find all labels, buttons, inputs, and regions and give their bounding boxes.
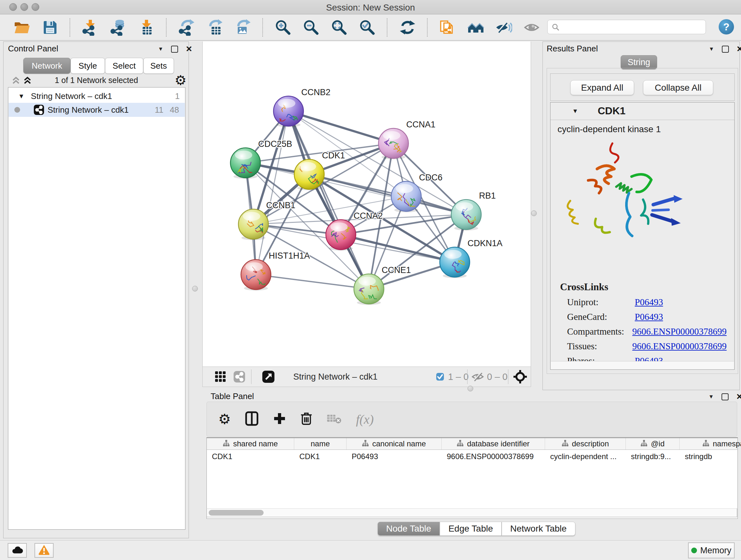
table-row[interactable]: CDK1CDK1P064939606.ENSP00000378699cyclin… <box>207 450 738 463</box>
table-toolbar: ⚙ f(x) <box>206 401 737 437</box>
node-CCNA2[interactable] <box>326 220 356 251</box>
network-canvas[interactable]: CCNB2CCNA1CDC25BCDK1CDC6RB1CCNB1CCNA2CDK… <box>202 42 531 367</box>
zoom-fit-icon[interactable] <box>331 18 348 37</box>
help-button[interactable]: ? <box>719 19 734 35</box>
tab-string-results[interactable]: String <box>621 55 657 69</box>
crosslink-link[interactable]: P06493 <box>635 297 663 307</box>
table-cell[interactable]: stringdb <box>680 450 741 463</box>
memory-button[interactable]: Memory <box>688 543 735 558</box>
node-CDC6[interactable] <box>391 181 421 212</box>
column-visibility-icon[interactable] <box>245 411 259 427</box>
open-session-icon[interactable] <box>13 18 30 37</box>
string-home-icon[interactable] <box>467 18 484 37</box>
column-header-database-identifier[interactable]: database identifier <box>442 438 545 449</box>
node-position-crosshair-icon[interactable] <box>514 367 527 387</box>
hidden-eye-slash-icon[interactable] <box>471 367 484 387</box>
delete-column-trash-icon[interactable] <box>300 412 313 427</box>
zoom-out-icon[interactable] <box>302 18 320 37</box>
expand-all-button[interactable]: Expand All <box>570 80 634 95</box>
tab-network-table[interactable]: Network Table <box>502 522 576 536</box>
table-cell[interactable]: 9606.ENSP00000378699 <box>442 450 545 463</box>
grid-view-icon[interactable] <box>215 367 226 387</box>
node-CCNB2[interactable] <box>273 96 304 127</box>
cloud-button[interactable] <box>8 543 27 558</box>
edge-CCNB2-CCNE1[interactable] <box>288 111 369 289</box>
save-session-icon[interactable] <box>42 18 59 37</box>
table-settings-gear-icon[interactable]: ⚙ <box>218 412 231 426</box>
network-options-gear-icon[interactable]: ⚙ <box>175 74 187 87</box>
table-horizontal-scrollbar[interactable] <box>206 508 737 517</box>
crosslink-link[interactable]: 9606.ENSP00000378699 <box>632 326 727 337</box>
show-graphics-icon[interactable] <box>523 18 541 37</box>
create-column-plus-icon[interactable] <box>273 412 286 427</box>
warning-button[interactable] <box>35 543 54 558</box>
network-row-selected[interactable]: String Network – cdk1 11 48 <box>9 103 185 117</box>
column-header-description[interactable]: description <box>545 438 626 449</box>
crosslink-link[interactable]: 9606.ENSP00000378699 <box>632 341 727 352</box>
tab-select[interactable]: Select <box>105 58 143 74</box>
collection-expand-icon[interactable]: ▼ <box>18 92 24 100</box>
scrollbar-thumb[interactable] <box>209 510 264 516</box>
import-network-file-icon[interactable] <box>82 18 99 37</box>
left-splitter-grip[interactable] <box>192 286 198 292</box>
export-network-icon[interactable] <box>178 18 195 37</box>
table-cell[interactable]: stringdb:9... <box>626 450 680 463</box>
column-header-shared-name[interactable]: shared name <box>207 438 294 449</box>
selected-checkbox-icon[interactable] <box>436 367 444 387</box>
tab-sets[interactable]: Sets <box>143 58 174 74</box>
refresh-layout-icon[interactable] <box>399 18 416 37</box>
node-HIST1H1A[interactable] <box>241 260 271 291</box>
panel-menu-icon[interactable]: ▼ <box>709 46 714 52</box>
crosslink-link[interactable]: P06493 <box>635 312 663 322</box>
column-header-name[interactable]: name <box>294 438 347 449</box>
tab-node-table[interactable]: Node Table <box>378 522 440 536</box>
network-status-dot-icon <box>14 107 20 113</box>
table-cell[interactable]: CDK1 <box>294 450 347 463</box>
node-label-RB1: RB1 <box>479 191 496 200</box>
export-table-icon[interactable] <box>206 18 223 37</box>
edge-CCNE1-HIST1H1A[interactable] <box>256 274 369 289</box>
column-header-canonical-name[interactable]: canonical name <box>347 438 442 449</box>
panel-close-icon[interactable]: ✕ <box>737 45 741 53</box>
node-CDKN1A[interactable] <box>440 247 470 278</box>
results-panel-window-icons: ▼ ✕ <box>709 45 741 53</box>
edge-CCNB2-CCNA1[interactable] <box>288 111 394 143</box>
zoom-in-icon[interactable] <box>274 18 292 37</box>
column-header-namespace[interactable]: namespace <box>680 438 741 449</box>
zoom-selected-icon[interactable] <box>359 18 376 37</box>
search-input[interactable] <box>562 22 697 32</box>
right-splitter-grip[interactable] <box>531 210 537 216</box>
table-cell[interactable]: cyclin-dependent ... <box>545 450 626 463</box>
panel-float-icon[interactable] <box>722 393 729 400</box>
panel-menu-icon[interactable]: ▼ <box>158 46 163 52</box>
collapse-section-icon[interactable]: ▼ <box>572 108 578 115</box>
search-box[interactable] <box>547 20 706 34</box>
export-image-icon[interactable] <box>234 18 252 37</box>
table-cell[interactable]: P06493 <box>347 450 442 463</box>
hide-unhide-icon[interactable] <box>495 18 513 37</box>
column-header--id[interactable]: @id <box>626 438 680 449</box>
tab-edge-table[interactable]: Edge Table <box>440 522 502 536</box>
node-RB1[interactable] <box>451 199 481 231</box>
tab-network[interactable]: Network <box>23 58 71 74</box>
string-network-graph[interactable]: CCNB2CCNA1CDC25BCDK1CDC6RB1CCNB1CCNA2CDK… <box>203 42 531 367</box>
collapse-all-button[interactable]: Collapse All <box>643 80 713 95</box>
import-network-database-icon[interactable] <box>110 18 127 37</box>
hidden-count: 0 – 0 <box>487 367 508 387</box>
protein-card-scroll-strip[interactable] <box>551 361 734 369</box>
network-collection-row[interactable]: ▼ String Network – cdk1 1 <box>9 89 185 103</box>
edge-CCNB2-HIST1H1A[interactable] <box>256 111 288 274</box>
tab-style[interactable]: Style <box>71 58 105 74</box>
panel-float-icon[interactable] <box>722 46 729 53</box>
share-view-icon[interactable] <box>233 367 246 387</box>
birdseye-view-icon[interactable] <box>262 367 275 387</box>
panel-menu-icon[interactable]: ▼ <box>709 394 714 399</box>
panel-close-icon[interactable]: ✕ <box>186 45 192 53</box>
protein-card-header[interactable]: ▼ CDK1 <box>550 103 734 120</box>
node-CCNE1[interactable] <box>354 274 384 305</box>
open-results-panel-icon[interactable] <box>439 18 456 37</box>
table-cell[interactable]: CDK1 <box>207 450 294 463</box>
panel-float-icon[interactable] <box>171 46 178 53</box>
panel-close-icon[interactable]: ✕ <box>736 393 741 401</box>
import-table-icon[interactable] <box>138 18 155 37</box>
